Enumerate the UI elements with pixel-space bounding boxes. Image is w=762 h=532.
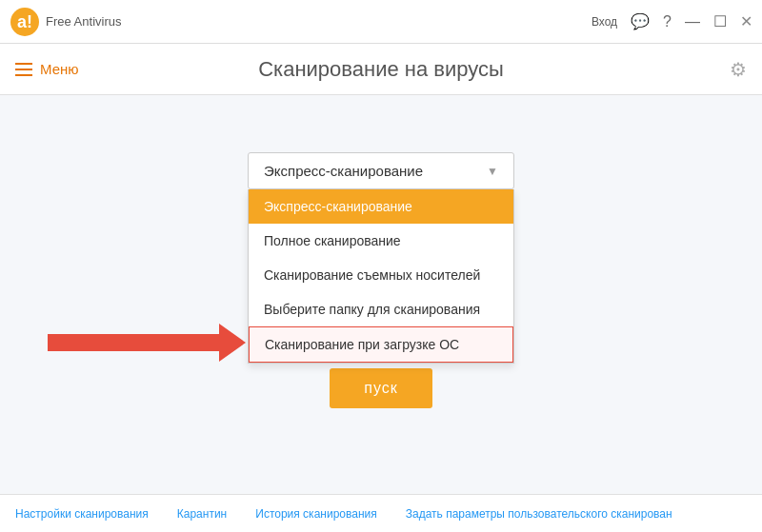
title-bar: a! Free Antivirus Вход 💬 ? — ☐ ✕ xyxy=(0,0,762,44)
red-arrow-icon xyxy=(48,324,246,362)
dropdown-trigger[interactable]: Экспресс-сканирование ▼ xyxy=(248,152,514,189)
settings-icon[interactable]: ⚙ xyxy=(730,58,747,81)
footer-links: Настройки сканирования Карантин История … xyxy=(0,494,762,532)
quarantine-link[interactable]: Карантин xyxy=(177,507,227,521)
chat-icon[interactable]: 💬 xyxy=(631,12,650,30)
dropdown-selected-label: Экспресс-сканирование xyxy=(264,163,423,179)
hamburger-icon xyxy=(15,63,32,76)
avast-logo-icon: a! xyxy=(10,7,40,37)
scan-history-link[interactable]: История сканирования xyxy=(255,507,376,521)
help-icon[interactable]: ? xyxy=(663,13,672,30)
maximize-button[interactable]: ☐ xyxy=(713,12,727,30)
scan-settings-link[interactable]: Настройки сканирования xyxy=(15,507,149,521)
page-title: Сканирование на вирусы xyxy=(258,57,504,82)
login-button[interactable]: Вход xyxy=(592,15,617,29)
menu-label: Меню xyxy=(40,61,79,77)
chevron-down-icon: ▼ xyxy=(487,165,498,178)
main-content: Экспресс-сканирование ▼ Экспресс-сканиро… xyxy=(0,95,762,494)
app-name-label: Free Antivirus xyxy=(46,14,121,29)
menu-button[interactable]: Меню xyxy=(15,61,79,77)
dropdown-option-express[interactable]: Экспресс-сканирование xyxy=(249,189,513,224)
close-button[interactable]: ✕ xyxy=(740,12,752,30)
svg-text:a!: a! xyxy=(17,12,32,31)
dropdown-option-folder[interactable]: Выберите папку для сканирования xyxy=(249,292,513,326)
window-controls: Вход 💬 ? — ☐ ✕ xyxy=(592,12,752,30)
dropdown-menu: Экспресс-сканирование Полное сканировани… xyxy=(248,189,514,364)
start-button-wrapper: пуск xyxy=(330,368,431,408)
arrow-indicator xyxy=(48,324,246,362)
start-scan-button[interactable]: пуск xyxy=(330,368,431,408)
dropdown-option-full[interactable]: Полное сканирование xyxy=(249,224,513,258)
custom-scan-settings-link[interactable]: Задать параметры пользовательского скани… xyxy=(406,507,672,521)
dropdown-option-removable[interactable]: Сканирование съемных носителей xyxy=(249,258,513,292)
app-logo: a! Free Antivirus xyxy=(10,7,121,37)
dropdown-option-boot[interactable]: Сканирование при загрузке ОС xyxy=(249,326,513,363)
scan-type-dropdown[interactable]: Экспресс-сканирование ▼ Экспресс-сканиро… xyxy=(248,152,514,189)
nav-bar: Меню Сканирование на вирусы ⚙ xyxy=(0,44,762,95)
minimize-button[interactable]: — xyxy=(685,13,700,30)
